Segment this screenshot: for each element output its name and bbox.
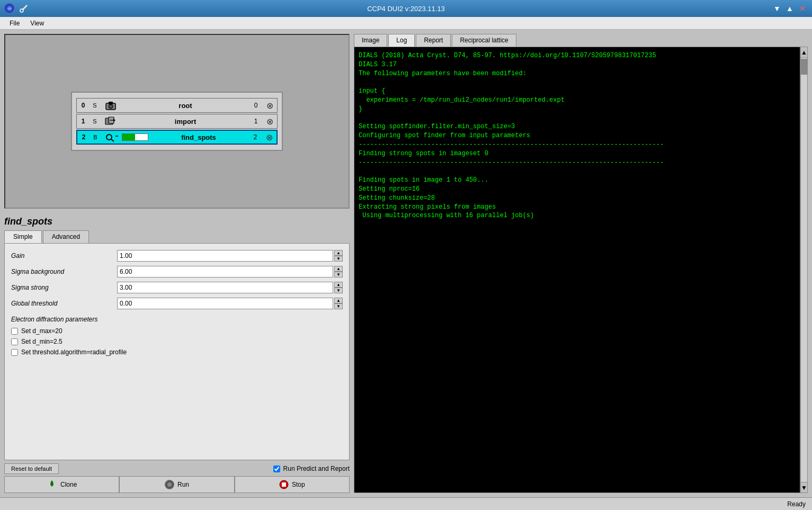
node-link-2: ⊗	[262, 132, 276, 142]
svg-rect-4	[109, 102, 113, 104]
menu-view[interactable]: View	[25, 19, 49, 28]
param-input-gain[interactable]	[117, 250, 333, 262]
tabs-container: Simple Advanced	[4, 230, 350, 243]
run-predict-checkbox[interactable]	[273, 466, 280, 472]
node-name-2: find_spots	[148, 133, 249, 141]
param-input-sigma-strong[interactable]	[117, 282, 333, 293]
param-row-sigma-strong: Sigma strong ▲ ▼	[11, 282, 343, 293]
import-icon	[105, 117, 117, 126]
log-content-wrapper: DIALS (2018) Acta Cryst. D74, 85-97. htt…	[354, 47, 808, 493]
param-spinner-sigma-strong: ▲ ▼	[334, 282, 343, 293]
link-icon-2: ⊗	[266, 133, 273, 142]
checkbox-row-threshold: Set threshold.algorithm=radial_profile	[11, 348, 343, 356]
node-count-1: 1	[249, 118, 262, 125]
status-text: Ready	[787, 500, 806, 508]
checkbox-label-dmax: Set d_max=20	[21, 327, 63, 335]
scrollbar-track	[801, 58, 807, 482]
run-predict-label: Run Predict and Report	[283, 465, 350, 472]
node-name-0: root	[121, 102, 249, 110]
run-label: Run	[177, 481, 189, 488]
clone-button[interactable]: Clone	[4, 476, 119, 493]
camera-icon	[105, 101, 117, 110]
status-bar: Ready	[0, 497, 812, 510]
bottom-controls: Reset to default Run Predict and Report	[4, 460, 350, 476]
title-bar-left	[4, 3, 29, 14]
param-input-global-threshold-container: ▲ ▼	[117, 298, 343, 309]
params-wrapper: Simple Advanced Gain ▲ ▼	[4, 230, 350, 460]
minimize-button[interactable]: ▼	[772, 3, 782, 14]
dials-run-icon	[166, 481, 173, 488]
window-title: CCP4 DUI2 v:2023.11.13	[367, 5, 445, 13]
checkbox-threshold[interactable]	[11, 349, 18, 356]
log-area[interactable]: DIALS (2018) Acta Cryst. D74, 85-97. htt…	[354, 47, 800, 493]
action-buttons: Clone Run Stop	[4, 476, 350, 493]
tab-image[interactable]: Image	[354, 34, 387, 47]
run-button[interactable]: Run	[119, 476, 234, 493]
checkbox-row-dmin: Set d_min=2.5	[11, 338, 343, 345]
progress-bar-fill	[122, 134, 135, 140]
left-inner: 0 S root 0 ⊗	[4, 34, 350, 493]
wrench-icon	[19, 4, 29, 13]
param-row-sigma-bg: Sigma background ▲ ▼	[11, 266, 343, 278]
checkbox-dmax[interactable]	[11, 328, 18, 335]
node-icon-2	[101, 132, 122, 142]
node-graph: 0 S root 0 ⊗	[71, 92, 283, 151]
tab-simple[interactable]: Simple	[4, 230, 42, 243]
stop-label: Stop	[292, 481, 305, 488]
spin-up-global-threshold[interactable]: ▲	[334, 298, 343, 303]
svg-point-2	[20, 9, 23, 12]
electron-diffraction-header: Electron diffraction parameters	[11, 316, 343, 323]
spin-up-sigma-bg[interactable]: ▲	[334, 266, 343, 272]
search-icon	[104, 132, 119, 142]
scrollbar-thumb[interactable]	[801, 59, 807, 75]
param-input-global-threshold[interactable]	[117, 298, 333, 309]
spin-down-sigma-bg[interactable]: ▼	[334, 272, 343, 278]
checkbox-dmin[interactable]	[11, 338, 18, 345]
reset-default-button[interactable]: Reset to default	[4, 463, 59, 474]
tab-advanced[interactable]: Advanced	[43, 230, 89, 243]
log-scrollbar[interactable]: ▲ ▼	[800, 47, 808, 493]
checkbox-row-dmax: Set d_max=20	[11, 327, 343, 335]
node-type-2: B	[90, 134, 101, 140]
spin-down-gain[interactable]: ▼	[334, 256, 343, 262]
tab-log[interactable]: Log	[388, 34, 415, 47]
window-controls: ▼ ▲ ✕	[772, 3, 808, 14]
title-bar: CCP4 DUI2 v:2023.11.13 ▼ ▲ ✕	[0, 0, 812, 17]
param-spinner-gain: ▲ ▼	[334, 250, 343, 262]
scrollbar-down-button[interactable]: ▼	[801, 482, 807, 493]
table-row[interactable]: 2 B find_spots	[76, 130, 278, 145]
node-number-0: 0	[77, 102, 90, 109]
tab-report[interactable]: Report	[416, 34, 451, 47]
menu-file[interactable]: File	[4, 19, 25, 28]
param-input-sigma-bg[interactable]	[117, 266, 333, 278]
spin-down-sigma-strong[interactable]: ▼	[334, 288, 343, 293]
progress-bar	[122, 133, 148, 141]
spin-up-sigma-strong[interactable]: ▲	[334, 282, 343, 288]
node-count-0: 0	[249, 102, 262, 109]
scrollbar-up-button[interactable]: ▲	[801, 47, 807, 58]
tab-reciprocal-lattice[interactable]: Reciprocal lattice	[452, 34, 516, 47]
table-row: 1 S import 1	[76, 114, 278, 129]
menu-bar: File View	[0, 17, 812, 30]
table-row: 0 S root 0 ⊗	[76, 98, 278, 113]
param-spinner-sigma-bg: ▲ ▼	[334, 266, 343, 278]
param-input-sigma-bg-container: ▲ ▼	[117, 266, 343, 278]
close-button[interactable]: ✕	[797, 3, 808, 14]
svg-line-12	[111, 139, 114, 141]
run-icon	[165, 480, 174, 489]
spin-up-gain[interactable]: ▲	[334, 250, 343, 256]
param-row-gain: Gain ▲ ▼	[11, 250, 343, 262]
params-panel: Gain ▲ ▼ Sigma background	[4, 243, 350, 460]
maximize-button[interactable]: ▲	[784, 3, 795, 14]
app-logo	[4, 3, 15, 14]
node-link-1: ⊗	[262, 117, 277, 127]
node-type-1: S	[90, 118, 100, 124]
stop-button[interactable]: Stop	[235, 476, 350, 493]
checkbox-label-dmin: Set d_min=2.5	[21, 338, 63, 345]
node-icon-0	[100, 101, 121, 110]
run-predict-container: Run Predict and Report	[273, 465, 350, 472]
clone-icon	[47, 479, 57, 490]
main-content: 0 S root 0 ⊗	[0, 30, 812, 497]
spin-down-global-threshold[interactable]: ▼	[334, 303, 343, 309]
svg-marker-10	[113, 119, 115, 122]
